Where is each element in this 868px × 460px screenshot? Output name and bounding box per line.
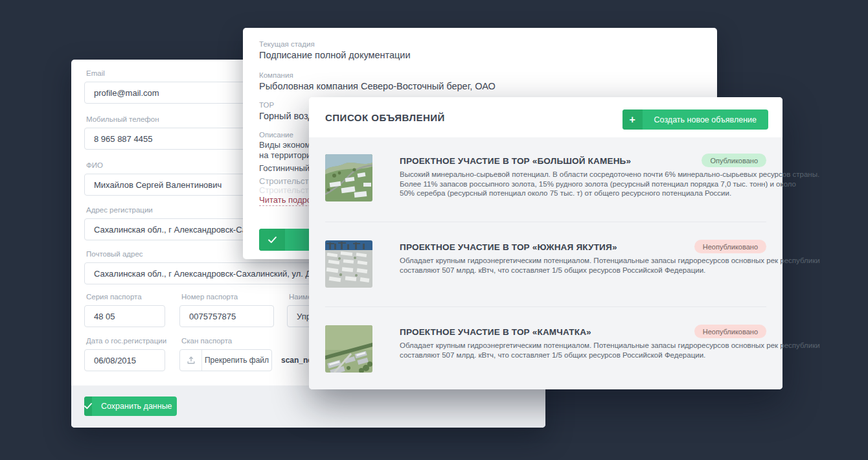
tor-label: ТОР xyxy=(259,101,274,109)
registration-date-field-group: Дата о гос.регистрации xyxy=(84,336,166,371)
list-item-title: ПРОЕКТНОЕ УЧАСТИЕ В ТОР «КАМЧАТКА» xyxy=(400,327,591,337)
description-line: 50% серебра (ресурсный потенциал около 7… xyxy=(400,189,819,198)
description-line: Более 11% запасов россыпного золота, 15%… xyxy=(400,179,819,189)
save-button[interactable]: Сохранить данные xyxy=(84,397,177,416)
form-footer: Сохранить данные xyxy=(71,385,545,428)
upload-icon xyxy=(180,350,202,371)
listings-card: СПИСОК ОБЪЯВЛЕНИЙ + Создать новое объявл… xyxy=(309,97,782,389)
status-badge: Неопубликовано xyxy=(694,240,766,253)
description-line: составляют 507 млрд. кВтч, что составляе… xyxy=(400,351,820,360)
list-item-description: Обладает крупным гидроэнергетическим пот… xyxy=(400,341,820,360)
stage-label: Текущая стадия xyxy=(259,40,315,48)
passport-series-field[interactable] xyxy=(84,305,165,327)
registration-date-label: Дата о гос.регистрации xyxy=(86,336,166,345)
list-item-title: ПРОЕКТНОЕ УЧАСТИЕ В ТОР «БОЛЬШОЙ КАМЕНЬ» xyxy=(400,156,631,166)
description-line: Обладает крупным гидроэнергетическим пот… xyxy=(400,256,820,266)
industrial-field-aerial-photo xyxy=(325,325,372,373)
status-badge: Неопубликовано xyxy=(694,325,766,338)
list-item-title: ПРОЕКТНОЕ УЧАСТИЕ В ТОР «ЮЖНАЯ ЯКУТИЯ» xyxy=(400,242,617,252)
stage-value: Подписание полной документации xyxy=(259,50,411,60)
save-button-label: Сохранить данные xyxy=(92,402,181,411)
description-line: Обладает крупным гидроэнергетическим пот… xyxy=(400,341,820,351)
list-item-description: Высокий минерально-сырьевой потенциал. В… xyxy=(400,170,819,198)
description-line: Высокий минерально-сырьевой потенциал. В… xyxy=(400,170,819,179)
divider xyxy=(325,306,766,307)
passport-number-field[interactable] xyxy=(179,305,274,327)
list-item[interactable]: ПРОЕКТНОЕ УЧАСТИЕ В ТОР «ЮЖНАЯ ЯКУТИЯ» Н… xyxy=(325,240,766,305)
port-city-aerial-photo xyxy=(325,240,372,288)
company-label: Компания xyxy=(259,71,293,79)
registration-date-field[interactable] xyxy=(84,349,165,371)
attach-file-button[interactable]: Прекрепить файл xyxy=(179,349,272,371)
attach-file-label: Прекрепить файл xyxy=(202,356,271,365)
status-badge: Опубликовано xyxy=(702,154,766,167)
passport-scan-label: Скан паспорта xyxy=(181,336,318,345)
passport-number-label: Номер паспорта xyxy=(181,292,274,301)
coastal-aerial-photo xyxy=(325,154,372,201)
passport-number-field-group: Номер паспорта xyxy=(179,292,274,327)
passport-series-label: Серия паспорта xyxy=(86,292,165,301)
create-listing-label: Создать новое объявление xyxy=(643,115,768,124)
list-item[interactable]: ПРОЕКТНОЕ УЧАСТИЕ В ТОР «КАМЧАТКА» Неопу… xyxy=(325,325,766,390)
description-label: Описание xyxy=(259,131,293,139)
company-value: Рыболовная компания Северо-Восточный бер… xyxy=(259,81,496,91)
list-item[interactable]: ПРОЕКТНОЕ УЧАСТИЕ В ТОР «БОЛЬШОЙ КАМЕНЬ»… xyxy=(325,154,766,219)
description-line: составляют 507 млрд. кВтч, что составляе… xyxy=(400,266,820,275)
check-icon xyxy=(84,397,92,416)
listings-body: ПРОЕКТНОЕ УЧАСТИЕ В ТОР «БОЛЬШОЙ КАМЕНЬ»… xyxy=(309,137,782,389)
check-icon xyxy=(259,229,285,251)
divider xyxy=(325,222,766,222)
listings-header: СПИСОК ОБЪЯВЛЕНИЙ + Создать новое объявл… xyxy=(309,97,782,137)
plus-icon: + xyxy=(622,109,643,130)
passport-scan-field-group: Скан паспорта Прекрепить файл scan_new xyxy=(179,336,318,371)
list-item-description: Обладает крупным гидроэнергетическим пот… xyxy=(400,256,820,275)
passport-series-field-group: Серия паспорта xyxy=(84,292,165,327)
listings-title: СПИСОК ОБЪЯВЛЕНИЙ xyxy=(325,112,445,123)
create-listing-button[interactable]: + Создать новое объявление xyxy=(622,109,768,130)
